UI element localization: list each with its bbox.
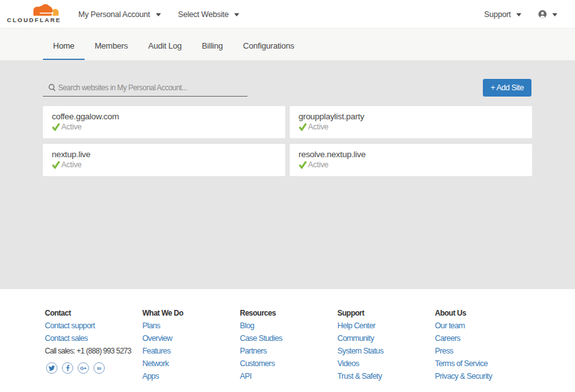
svg-text:CLOUDFLARE: CLOUDFLARE: [7, 16, 61, 23]
